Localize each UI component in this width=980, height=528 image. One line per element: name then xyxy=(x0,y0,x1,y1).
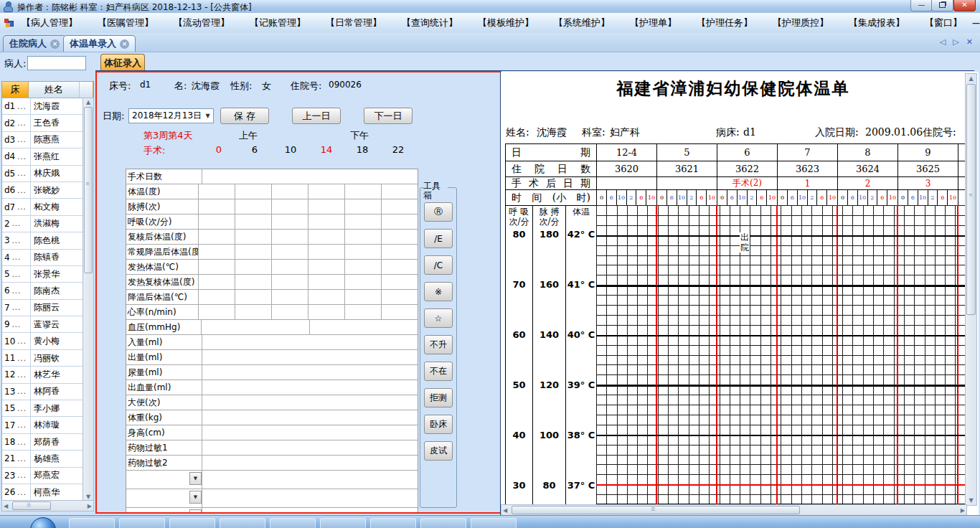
patient-row[interactable]: 13...林阿香5 xyxy=(2,384,93,400)
patient-row[interactable]: 26...柯燕华2 xyxy=(2,484,93,501)
entry-cell[interactable] xyxy=(382,260,418,274)
entry-cell[interactable] xyxy=(308,199,345,214)
entry-cell[interactable] xyxy=(345,290,382,304)
patient-row[interactable]: 9...蓝谬云3 xyxy=(2,316,93,333)
taskbar-app-button[interactable] xyxy=(471,518,517,528)
entry-cell[interactable] xyxy=(345,230,382,244)
chevron-down-icon[interactable]: ▼ xyxy=(202,110,213,122)
entry-cell[interactable] xyxy=(382,230,418,244)
scrollbar-thumb[interactable] xyxy=(84,107,93,273)
patient-row[interactable]: 2...洪淑梅6 xyxy=(2,216,93,232)
entry-cell[interactable] xyxy=(199,230,235,244)
entry-cell[interactable] xyxy=(199,260,235,274)
entry-cell[interactable] xyxy=(202,395,418,410)
taskbar-app-button[interactable] xyxy=(420,518,466,528)
patient-search-input[interactable] xyxy=(27,56,86,70)
patient-row[interactable]: d3...陈惠燕3 xyxy=(2,132,93,148)
column-header-bed[interactable]: 床 xyxy=(2,82,29,98)
entry-cell[interactable] xyxy=(308,275,345,289)
scroll-right-icon[interactable]: ▶ xyxy=(88,503,92,509)
tab-vital-signs-entry[interactable]: 体征录入 xyxy=(100,54,145,72)
entry-cell[interactable] xyxy=(345,275,382,289)
patient-row[interactable]: d7...柘文梅1 xyxy=(2,199,93,215)
patient-row[interactable]: 4...陈镇香6 xyxy=(2,250,93,266)
scroll-down-icon[interactable]: ▼ xyxy=(83,494,93,500)
entry-combo-label[interactable]: ▼ xyxy=(126,471,202,489)
entry-cell[interactable] xyxy=(202,380,418,395)
tab-close-icon[interactable]: × xyxy=(120,39,129,49)
patient-list-horizontal-scrollbar[interactable]: ◀ ☰ ▶ xyxy=(1,500,94,512)
menu-item[interactable]: 【日常管理】 xyxy=(316,16,392,29)
patient-row[interactable]: 10...黄小梅1 xyxy=(2,333,93,349)
taskbar-app-button[interactable] xyxy=(320,518,366,528)
entry-cell[interactable] xyxy=(199,305,235,319)
chevron-down-icon[interactable]: ▼ xyxy=(189,472,202,485)
taskbar-app-button[interactable] xyxy=(119,518,165,528)
entry-cell[interactable] xyxy=(272,305,308,319)
entry-cell[interactable] xyxy=(235,275,272,289)
reference-mark-button[interactable]: ※ xyxy=(424,282,453,301)
restore-button[interactable] xyxy=(931,0,953,11)
entry-cell[interactable] xyxy=(272,260,308,274)
tab-inpatients[interactable]: 住院病人× xyxy=(3,35,66,52)
entry-cell[interactable] xyxy=(272,184,308,199)
patient-row[interactable]: 12...林艺华1 xyxy=(2,367,93,383)
scroll-left-icon[interactable]: ◀ xyxy=(4,503,8,509)
chart-vertical-scrollbar[interactable]: ▲ ≡ ▼ xyxy=(965,73,977,506)
tab-scroll-right-icon[interactable]: ▷ xyxy=(953,37,958,47)
slash-c-button[interactable]: /C xyxy=(424,255,453,275)
entry-cell[interactable] xyxy=(308,260,345,274)
entry-cell[interactable] xyxy=(202,471,418,489)
entry-cell[interactable] xyxy=(272,230,308,244)
entry-cell[interactable] xyxy=(235,199,272,214)
entry-cell[interactable] xyxy=(308,214,345,229)
entry-combo-label[interactable]: ▼ xyxy=(126,489,202,507)
absent-button[interactable]: 不在 xyxy=(424,362,453,381)
entry-cell[interactable] xyxy=(235,214,272,229)
entry-cell[interactable] xyxy=(202,320,310,334)
skin-test-button[interactable]: 皮试 xyxy=(424,441,453,461)
chart-horizontal-scrollbar[interactable]: ◀ ☰ ▶ xyxy=(501,504,967,515)
entry-cell[interactable] xyxy=(272,199,308,214)
scrollbar-thumb[interactable] xyxy=(12,501,51,510)
entry-cell[interactable] xyxy=(382,305,418,319)
entry-cell[interactable] xyxy=(308,245,345,259)
entry-cell[interactable] xyxy=(199,290,235,304)
entry-cell[interactable] xyxy=(345,260,382,274)
scrollbar-thumb[interactable] xyxy=(966,84,976,315)
menu-item[interactable]: 【护理任务】 xyxy=(687,16,763,29)
tab-close-icon[interactable]: × xyxy=(50,39,60,49)
entry-cell[interactable] xyxy=(272,290,308,304)
tab-close-all-icon[interactable]: ✕ xyxy=(966,37,973,47)
next-day-button[interactable]: 下一日 xyxy=(364,108,413,124)
menu-item[interactable]: 【集成报表】 xyxy=(839,16,915,29)
entry-cell[interactable] xyxy=(202,410,418,425)
menu-item[interactable]: 【护理质控】 xyxy=(763,16,839,29)
entry-cell[interactable] xyxy=(199,275,235,289)
star-button[interactable]: ☆ xyxy=(424,308,453,328)
menu-item[interactable]: 【流动管理】 xyxy=(164,16,240,29)
entry-cell[interactable] xyxy=(202,169,418,184)
entry-cell[interactable] xyxy=(382,290,418,304)
close-button[interactable]: ✕ xyxy=(953,0,976,11)
patient-row[interactable]: d1...沈海霞1 xyxy=(2,98,93,115)
entry-cell[interactable] xyxy=(235,290,272,304)
chevron-down-icon[interactable]: ▼ xyxy=(189,491,202,504)
rx-stamp-button[interactable]: Ⓡ xyxy=(424,202,453,222)
menu-item[interactable]: 【病人管理】 xyxy=(11,16,88,29)
entry-cell[interactable] xyxy=(202,508,418,514)
patient-row[interactable]: 15...李小娜2 xyxy=(2,400,93,417)
scroll-up-icon[interactable]: ▲ xyxy=(966,75,976,82)
scroll-right-icon[interactable]: ▶ xyxy=(961,507,965,514)
patient-row[interactable]: 18...郑荫香2 xyxy=(2,434,93,451)
menu-item[interactable]: 【窗口】 xyxy=(915,16,972,29)
entry-cell[interactable] xyxy=(310,320,418,334)
entry-cell[interactable] xyxy=(345,199,382,214)
column-header-extra[interactable] xyxy=(80,82,93,98)
not-rise-button[interactable]: 不升 xyxy=(424,335,453,354)
taskbar-app-button[interactable] xyxy=(220,518,265,528)
menu-item[interactable]: 【护理单】 xyxy=(620,16,687,29)
mdi-minimize-button[interactable]: — xyxy=(972,19,980,28)
patient-row[interactable]: d5...林庆娥1 xyxy=(2,166,93,182)
entry-cell[interactable] xyxy=(308,184,345,199)
